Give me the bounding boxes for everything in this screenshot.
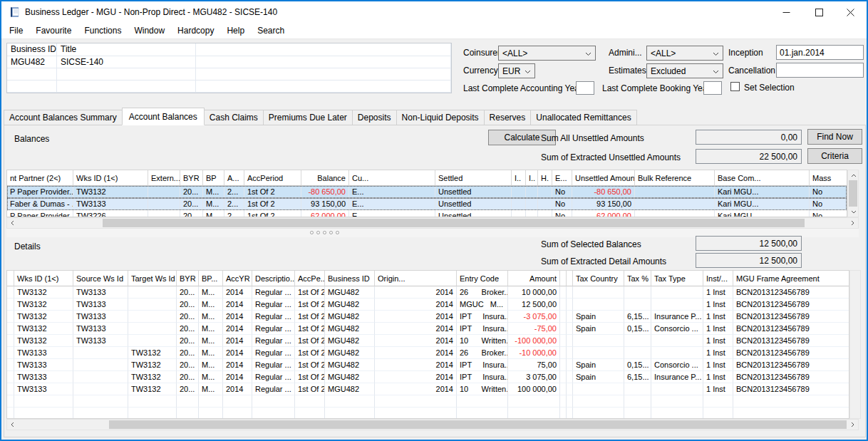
table-row[interactable] [7, 395, 849, 408]
tab-deposits[interactable]: Deposits [352, 110, 397, 125]
tab-non-liquid-deposits[interactable]: Non-Liquid Deposits [396, 110, 485, 125]
column-header[interactable]: AccPe... [295, 271, 325, 286]
column-header[interactable] [196, 43, 451, 56]
column-header[interactable]: Tax Type [651, 271, 703, 286]
table-row[interactable] [7, 68, 451, 81]
column-header[interactable]: nt Partner (2<) [7, 170, 73, 186]
column-header[interactable]: AccYR [223, 271, 252, 286]
scroll-down-icon[interactable] [848, 207, 859, 217]
balances-vscrollbar[interactable] [847, 170, 859, 217]
column-header[interactable] [7, 271, 14, 286]
column-header[interactable]: Extern... [148, 170, 180, 186]
column-header[interactable]: Bulk Reference [635, 170, 715, 186]
table-row[interactable]: P Paper Provider...TW313220...M...2...1s… [7, 186, 847, 198]
menu-item-hardcopy[interactable]: Hardcopy [171, 23, 220, 38]
scrollbar-thumb[interactable] [109, 420, 847, 429]
menu-item-search[interactable]: Search [251, 23, 291, 38]
table-row[interactable]: MGU482SICSE-140 [7, 56, 451, 68]
column-header[interactable]: Base Com... [715, 170, 810, 186]
last-booking-year-field[interactable] [703, 81, 722, 95]
tab-account-balances-summary[interactable]: Account Balances Summary [4, 110, 123, 125]
criteria-button[interactable]: Criteria [807, 148, 862, 164]
table-row[interactable]: TW3133TW313220...M...2014Regular ...1st … [7, 383, 849, 395]
column-header[interactable]: Tax Country [573, 271, 624, 286]
table-row[interactable]: TW3132TW313320...M...2014Regular ...1st … [7, 286, 849, 299]
scroll-right-icon[interactable] [847, 218, 858, 228]
close-button[interactable] [834, 1, 867, 23]
administrator-select[interactable]: <ALL> [646, 46, 723, 61]
scrollbar-thumb[interactable] [849, 180, 857, 207]
column-header[interactable]: BP... [199, 271, 223, 286]
column-header[interactable]: Entry Code [457, 271, 508, 286]
tab-account-balances[interactable]: Account Balances [122, 108, 205, 125]
table-row[interactable]: TW3132TW313320...M...2014Regular ...1st … [7, 335, 849, 347]
column-header[interactable]: Descriptio... [252, 271, 295, 286]
table-row[interactable]: TW3132TW313320...M...2014Regular ...1st … [7, 299, 849, 311]
details-hscrollbar[interactable] [6, 419, 859, 430]
menu-item-functions[interactable]: Functions [78, 23, 128, 38]
tab-premiums-due-later[interactable]: Premiums Due Later [263, 110, 353, 125]
coinsurer-select[interactable]: <ALL> [498, 46, 596, 61]
column-header[interactable]: E... [552, 170, 572, 186]
scroll-left-icon[interactable] [7, 218, 18, 228]
column-header[interactable]: Settled [435, 170, 512, 186]
column-header[interactable]: H. [538, 170, 552, 186]
set-selection-checkbox[interactable] [730, 82, 740, 91]
scroll-left-icon[interactable] [7, 420, 18, 430]
column-header[interactable]: Business ID [7, 43, 57, 56]
splitter-dots-icon[interactable] [310, 231, 339, 234]
column-header[interactable]: Inst/... [703, 271, 733, 286]
tab-cash-claims[interactable]: Cash Claims [204, 110, 264, 125]
column-header[interactable] [567, 271, 573, 286]
table-row[interactable]: TW3132TW313320...M...2014Regular ...1st … [7, 323, 849, 335]
column-header[interactable]: Title [57, 43, 196, 56]
column-header[interactable]: AccPeriod [244, 170, 301, 186]
column-header[interactable]: I.. [526, 170, 538, 186]
scroll-up-icon[interactable] [848, 170, 859, 180]
inception-field[interactable]: 01.jan.2014 [776, 45, 864, 60]
table-row[interactable]: Faber & Dumas - ...TW313320...M...2...1s… [7, 198, 847, 210]
menu-item-favourite[interactable]: Favourite [29, 23, 78, 38]
column-header[interactable]: Tax % [624, 271, 651, 286]
details-vscrollbar[interactable] [849, 270, 861, 419]
menu-item-help[interactable]: Help [220, 23, 251, 38]
column-header[interactable]: Amount [508, 271, 560, 286]
column-header[interactable]: A... [224, 170, 244, 186]
column-header[interactable]: Business ID [325, 271, 375, 286]
column-header[interactable] [560, 271, 567, 286]
column-header[interactable]: BP [203, 170, 224, 186]
table-row[interactable]: TW3132TW313320...M...2014Regular ...1st … [7, 311, 849, 323]
balances-hscrollbar[interactable] [6, 217, 859, 229]
column-header[interactable]: Target Ws Id [128, 271, 177, 286]
scroll-right-icon[interactable] [847, 420, 858, 430]
table-row[interactable]: TW3133TW313220...M...2014Regular ...1st … [7, 359, 849, 371]
column-header[interactable]: Unsettled Amount [572, 170, 635, 186]
table-row[interactable] [7, 408, 849, 419]
cancellation-field[interactable] [776, 63, 864, 78]
table-row[interactable]: P Paper Provider...TW322620...M...2...1s… [7, 210, 847, 217]
find-now-button[interactable]: Find Now [807, 129, 862, 145]
minimize-button[interactable] [770, 1, 802, 23]
column-header[interactable]: I.. [512, 170, 526, 186]
menu-item-window[interactable]: Window [128, 23, 171, 38]
column-header[interactable]: Source Ws Id [73, 271, 128, 286]
currency-select[interactable]: EUR [498, 63, 535, 78]
column-header[interactable]: Wks ID (1<) [73, 170, 148, 186]
scrollbar-thumb[interactable] [103, 219, 805, 227]
column-header[interactable]: Origin... [375, 271, 457, 286]
column-header[interactable]: BYR [180, 170, 203, 186]
table-row[interactable]: TW3133TW313220...M...2014Regular ...1st … [7, 371, 849, 383]
column-header[interactable]: MGU Frame Agreement [733, 271, 849, 286]
column-header[interactable]: Balance [301, 170, 349, 186]
tab-unallocated-remittances[interactable]: Unallocated Remittances [530, 110, 636, 125]
menu-item-file[interactable]: File [3, 23, 29, 38]
table-row[interactable]: TW3133TW313220...M...2014Regular ...1st … [7, 347, 849, 359]
column-header[interactable]: Mass [810, 170, 847, 186]
tab-reserves[interactable]: Reserves [484, 110, 532, 125]
table-row[interactable] [7, 81, 451, 93]
last-accounting-year-field[interactable] [576, 81, 594, 95]
estimates-select[interactable]: Excluded [646, 63, 723, 78]
column-header[interactable]: Cu... [349, 170, 435, 186]
column-header[interactable]: Wks ID (1<) [14, 271, 73, 286]
maximize-button[interactable] [802, 1, 835, 23]
